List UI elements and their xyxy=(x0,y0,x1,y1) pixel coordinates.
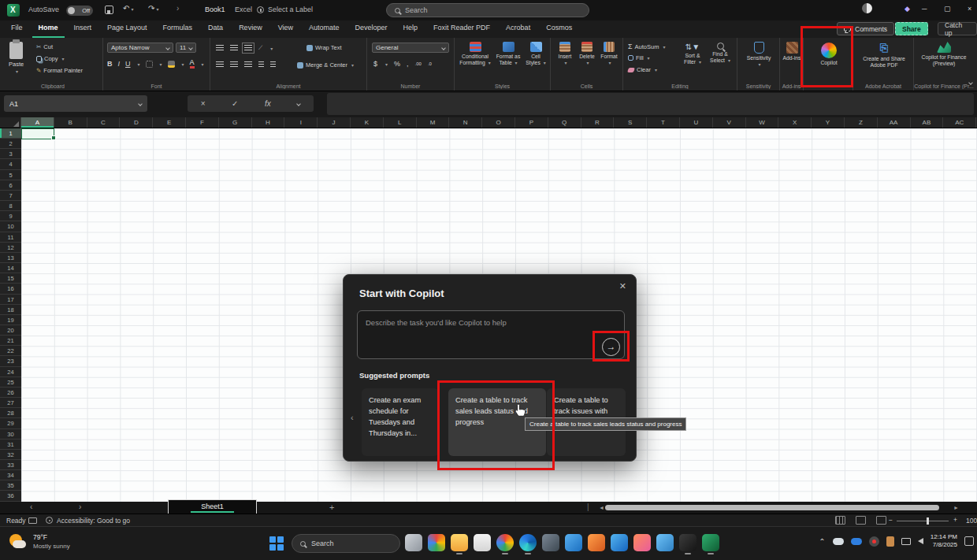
weather-widget[interactable]: 79°FMostly sunny xyxy=(8,532,70,552)
font-name-select[interactable]: Aptos Narrow xyxy=(107,43,173,53)
column-header-m[interactable]: M xyxy=(417,117,450,128)
adobe-pdf-button[interactable]: ⎘ Create and Share Adobe PDF xyxy=(858,42,910,69)
page-break-view-button[interactable] xyxy=(876,516,886,525)
column-header-ac[interactable]: AC xyxy=(943,117,976,128)
merge-center-button[interactable]: Merge & Center▾ xyxy=(297,61,354,69)
row-header-1[interactable]: 1 xyxy=(0,128,21,139)
font-size-select[interactable]: 11 xyxy=(176,43,196,53)
column-header-n[interactable]: N xyxy=(449,117,482,128)
column-header-i[interactable]: I xyxy=(284,117,318,128)
display-settings-icon[interactable] xyxy=(28,517,37,524)
carousel-left-icon[interactable]: ‹ xyxy=(351,413,354,422)
key-icon[interactable] xyxy=(886,536,894,547)
normal-view-button[interactable] xyxy=(835,516,845,525)
chevron-down-icon[interactable] xyxy=(296,102,301,106)
row-header-28[interactable]: 28 xyxy=(0,408,21,418)
pane-divider[interactable]: | xyxy=(587,503,589,511)
column-header-z[interactable]: Z xyxy=(845,117,878,128)
autosave-toggle[interactable]: Off xyxy=(66,6,93,16)
row-header-6[interactable]: 6 xyxy=(0,180,21,191)
taskbar-app-outlook[interactable] xyxy=(611,534,628,551)
row-header-3[interactable]: 3 xyxy=(0,149,21,159)
column-header-g[interactable]: G xyxy=(219,117,252,128)
taskbar-app-chrome[interactable] xyxy=(496,534,514,551)
redo-button[interactable]: ↷▾ xyxy=(148,4,158,13)
speaker-icon[interactable] xyxy=(918,538,923,544)
column-header-s[interactable]: S xyxy=(614,117,647,128)
column-header-ab[interactable]: AB xyxy=(911,117,944,128)
tab-file[interactable]: File xyxy=(5,20,29,38)
column-header-c[interactable]: C xyxy=(87,117,121,128)
column-header-l[interactable]: L xyxy=(384,117,417,128)
row-header-30[interactable]: 30 xyxy=(0,429,21,439)
undo-button[interactable]: ↶▾ xyxy=(123,4,133,13)
row-header-24[interactable]: 24 xyxy=(0,367,21,377)
paste-button[interactable]: Paste▾ xyxy=(9,42,24,75)
copy-button[interactable]: Copy▾ xyxy=(36,55,65,62)
sensitivity-button[interactable]: Sensitivity▾ xyxy=(742,42,775,69)
next-sheet-icon[interactable]: › xyxy=(79,503,81,511)
tab-developer[interactable]: Developer xyxy=(349,20,394,38)
dialog-close-icon[interactable]: ✕ xyxy=(619,281,626,291)
taskbar-app-task-view[interactable] xyxy=(405,534,422,551)
orientation-button[interactable]: ⟋ xyxy=(258,44,262,52)
scroll-right-icon[interactable]: ► xyxy=(953,505,959,510)
zoom-slider-thumb[interactable] xyxy=(927,517,929,525)
row-header-26[interactable]: 26 xyxy=(0,388,21,398)
scrollbar-thumb[interactable] xyxy=(605,505,939,510)
bold-button[interactable]: B xyxy=(107,60,113,68)
enter-formula-icon[interactable]: ✓ xyxy=(232,99,238,108)
close-button[interactable]: × xyxy=(968,5,971,13)
row-header-22[interactable]: 22 xyxy=(0,346,21,356)
cell-styles-button[interactable]: Cell Styles ▾ xyxy=(524,42,548,67)
tab-page-layout[interactable]: Page Layout xyxy=(101,20,154,38)
row-header-23[interactable]: 23 xyxy=(0,356,21,366)
recording-icon[interactable] xyxy=(869,536,879,547)
tab-insert[interactable]: Insert xyxy=(68,20,98,38)
column-header-p[interactable]: P xyxy=(515,117,548,128)
column-header-y[interactable]: Y xyxy=(812,117,845,128)
row-header-15[interactable]: 15 xyxy=(0,273,21,284)
taskbar-app-mail[interactable] xyxy=(565,534,582,551)
column-header-j[interactable]: J xyxy=(318,117,351,128)
format-cells-button[interactable]: Format▾ xyxy=(599,42,619,67)
underline-button[interactable]: U xyxy=(125,60,131,68)
tray-chevron-up-icon[interactable]: ⌃ xyxy=(819,537,825,546)
row-header-10[interactable]: 10 xyxy=(0,221,21,232)
insert-function-icon[interactable]: fx xyxy=(265,99,271,108)
row-header-18[interactable]: 18 xyxy=(0,305,21,315)
taskbar-search[interactable]: Search xyxy=(292,534,400,553)
cast-screen-icon[interactable] xyxy=(901,538,911,545)
column-header-q[interactable]: Q xyxy=(548,117,581,128)
start-button[interactable] xyxy=(269,536,284,551)
copilot-finance-button[interactable]: Copilot for Finance (Preview) xyxy=(918,42,970,68)
sheet-tab[interactable]: Sheet1 xyxy=(168,499,257,514)
row-header-35[interactable]: 35 xyxy=(0,480,21,491)
more-commands-icon[interactable]: › xyxy=(176,4,179,13)
tab-review[interactable]: Review xyxy=(232,20,269,38)
tab-automate[interactable]: Automate xyxy=(303,20,346,38)
user-avatar[interactable] xyxy=(862,3,872,13)
increase-indent-icon[interactable] xyxy=(270,61,276,68)
column-header-d[interactable]: D xyxy=(120,117,153,128)
align-bottom-icon[interactable] xyxy=(244,45,252,51)
row-header-36[interactable]: 36 xyxy=(0,491,21,501)
addins-button[interactable]: Add-ins xyxy=(782,42,802,61)
onedrive-cloud-icon[interactable] xyxy=(833,538,844,545)
column-header-b[interactable]: B xyxy=(54,117,87,128)
borders-button[interactable] xyxy=(146,61,153,68)
align-left-icon[interactable] xyxy=(216,61,224,68)
autosum-button[interactable]: ΣAutoSum▾ xyxy=(628,43,665,50)
align-middle-icon[interactable] xyxy=(230,45,238,51)
comma-style-button[interactable]: , xyxy=(407,60,409,68)
row-header-7[interactable]: 7 xyxy=(0,191,21,201)
formula-input[interactable] xyxy=(327,93,974,115)
tab-home[interactable]: Home xyxy=(32,20,65,38)
select-all-corner[interactable] xyxy=(0,117,21,128)
zoom-out-icon[interactable]: − xyxy=(889,516,893,524)
onedrive-blue-cloud-icon[interactable] xyxy=(851,538,862,545)
column-header-t[interactable]: T xyxy=(647,117,680,128)
save-icon[interactable] xyxy=(105,6,113,14)
tab-foxit-reader-pdf[interactable]: Foxit Reader PDF xyxy=(427,20,496,38)
row-header-14[interactable]: 14 xyxy=(0,263,21,273)
